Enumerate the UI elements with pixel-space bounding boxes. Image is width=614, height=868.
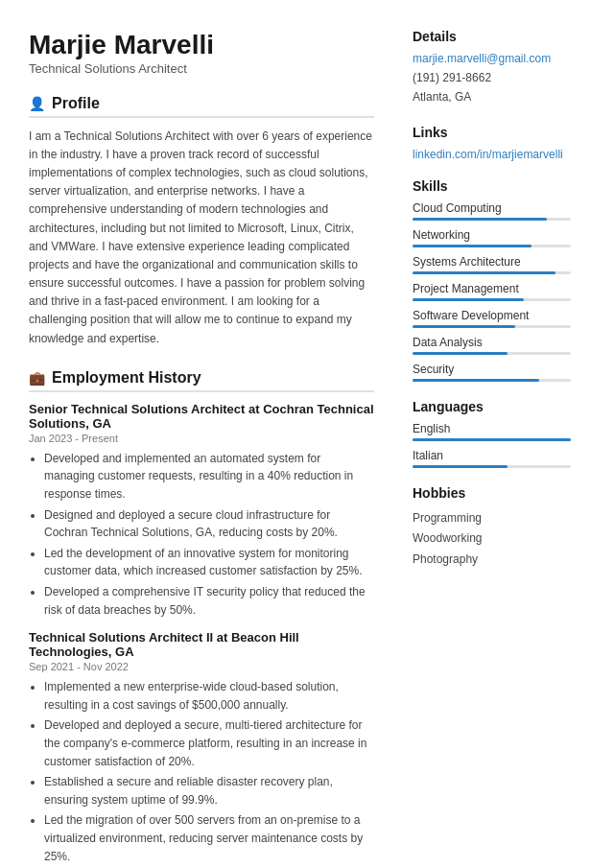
employment-section-title: 💼 Employment History [29,369,374,392]
job-1-title: Senior Technical Solutions Architect at … [29,402,374,431]
language-bar-fill [413,465,508,468]
skill-bar-fill [413,379,539,382]
list-item: Developed and implemented an automated s… [44,450,374,504]
skill-label: Software Development [413,309,571,322]
hobby-item: Woodworking [413,528,571,550]
job-1: Senior Technical Solutions Architect at … [29,402,374,619]
languages-list: English Italian [413,422,571,468]
list-item: Developed and deployed a secure, multi-t… [44,716,374,770]
location-text: Atlanta, GA [413,87,571,106]
skill-bar-fill [413,325,515,328]
languages-section: Languages English Italian [413,399,571,468]
skill-bar-bg [413,218,571,221]
skill-bar-bg [413,271,571,274]
skill-bar-fill [413,271,555,274]
profile-section-title: 👤 Profile [29,95,374,118]
list-item: Led the migration of over 500 servers fr… [44,811,374,865]
skill-bar-bg [413,298,571,301]
list-item: Led the development of an innovative sys… [44,545,374,580]
employment-section: 💼 Employment History Senior Technical So… [29,369,374,868]
skill-bar-bg [413,352,571,355]
right-column: Details marjie.marvelli@gmail.com (191) … [398,0,590,868]
job-1-bullets: Developed and implemented an automated s… [44,450,374,619]
hobby-item: Programming [413,508,571,529]
skill-item: Security [413,363,571,382]
list-item: Designed and deployed a secure cloud inf… [44,506,374,542]
employment-icon: 💼 [29,370,45,386]
linkedin-link[interactable]: linkedin.com/in/marjiemarvelli [413,148,571,161]
skill-label: Project Management [413,282,571,295]
skill-item: Cloud Computing [413,201,571,221]
languages-title: Languages [413,399,571,414]
hobbies-section: Hobbies ProgrammingWoodworkingPhotograph… [413,485,571,571]
details-section: Details marjie.marvelli@gmail.com (191) … [413,29,571,107]
list-item: Established a secure and reliable disast… [44,773,374,809]
skill-item: Networking [413,228,571,247]
language-label: Italian [413,449,571,462]
skills-list: Cloud Computing Networking Systems Archi… [413,201,571,382]
profile-section: 👤 Profile I am a Technical Solutions Arc… [29,95,374,348]
list-item: Developed a comprehensive IT security po… [44,583,374,619]
skill-item: Software Development [413,309,571,328]
skill-bar-fill [413,218,547,221]
skill-bar-fill [413,245,531,247]
links-section: Links linkedin.com/in/marjiemarvelli [413,125,571,161]
list-item: Implemented a new enterprise-wide cloud-… [44,678,374,714]
skill-bar-fill [413,298,524,301]
skill-item: Data Analysis [413,336,571,355]
full-name: Marjie Marvelli [29,29,374,61]
language-bar-bg [413,465,571,468]
skill-item: Project Management [413,282,571,301]
hobbies-list: ProgrammingWoodworkingPhotography [413,508,571,571]
language-item: Italian [413,449,571,468]
skill-bar-bg [413,379,571,382]
skill-bar-fill [413,352,508,355]
phone-text: (191) 291-8662 [413,68,571,87]
links-title: Links [413,125,571,140]
profile-text: I am a Technical Solutions Architect wit… [29,128,374,348]
job-title: Technical Solutions Architect [29,61,374,76]
skills-section: Skills Cloud Computing Networking System… [413,178,571,382]
skill-bar-bg [413,325,571,328]
language-bar-bg [413,438,571,441]
language-bar-fill [413,438,571,441]
skills-title: Skills [413,178,571,194]
hobby-item: Photography [413,550,571,571]
skill-label: Cloud Computing [413,201,571,215]
job-2-bullets: Implemented a new enterprise-wide cloud-… [44,678,374,865]
skill-label: Data Analysis [413,336,571,349]
skill-item: Systems Architecture [413,255,571,274]
job-2: Technical Solutions Architect II at Beac… [29,630,374,865]
details-title: Details [413,29,571,44]
profile-icon: 👤 [29,96,45,111]
email-link[interactable]: marjie.marvelli@gmail.com [413,52,571,65]
job-2-date: Sep 2021 - Nov 2022 [29,661,374,672]
skill-label: Systems Architecture [413,255,571,269]
job-2-title: Technical Solutions Architect II at Beac… [29,630,374,659]
job-1-date: Jan 2023 - Present [29,433,374,444]
skill-bar-bg [413,245,571,247]
language-item: English [413,422,571,441]
language-label: English [413,422,571,435]
skill-label: Networking [413,228,571,242]
hobbies-title: Hobbies [413,485,571,501]
skill-label: Security [413,363,571,376]
